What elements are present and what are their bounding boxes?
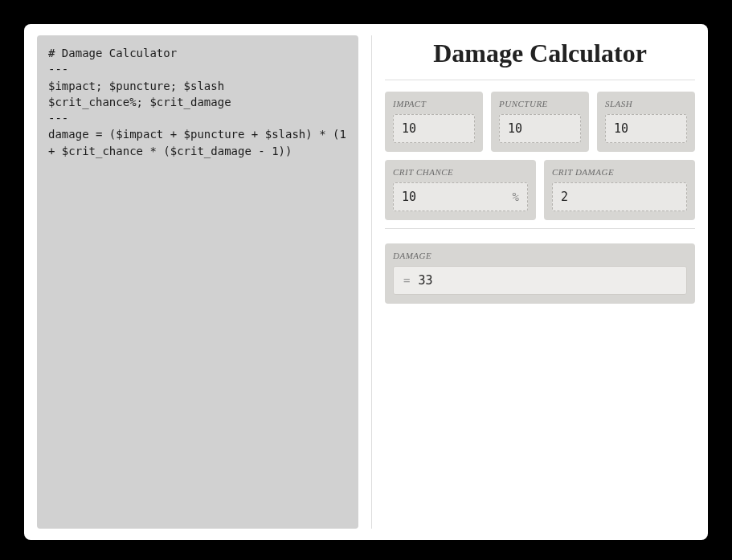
app-window: Damage Calculator IMPACT PUNCTURE SLASH xyxy=(24,24,708,540)
slash-card: SLASH xyxy=(597,92,695,152)
crit-damage-label: CRIT DAMAGE xyxy=(552,167,687,177)
slash-input[interactable] xyxy=(614,121,678,136)
impact-input-wrap xyxy=(393,114,475,143)
damage-label: DAMAGE xyxy=(393,251,687,260)
damage-value: 33 xyxy=(418,273,432,288)
impact-input[interactable] xyxy=(402,121,466,136)
code-editor[interactable] xyxy=(37,35,358,529)
inputs-row-2: CRIT CHANCE % CRIT DAMAGE xyxy=(385,160,695,220)
slash-input-wrap xyxy=(605,114,687,143)
output-divider xyxy=(385,228,695,229)
page-title: Damage Calculator xyxy=(385,35,695,80)
crit-chance-card: CRIT CHANCE % xyxy=(385,160,536,220)
pane-divider xyxy=(371,35,372,529)
damage-card: DAMAGE = 33 xyxy=(385,243,695,304)
crit-damage-input[interactable] xyxy=(561,190,678,204)
inputs-row-1: IMPACT PUNCTURE SLASH xyxy=(385,92,695,152)
slash-label: SLASH xyxy=(605,99,687,108)
output-section: DAMAGE = 33 xyxy=(385,243,695,304)
crit-chance-input-wrap: % xyxy=(393,182,528,211)
puncture-card: PUNCTURE xyxy=(491,92,589,152)
crit-damage-card: CRIT DAMAGE xyxy=(544,160,695,220)
impact-label: IMPACT xyxy=(393,99,475,108)
form-pane: Damage Calculator IMPACT PUNCTURE SLASH xyxy=(385,35,695,529)
puncture-input-wrap xyxy=(499,114,581,143)
percent-suffix: % xyxy=(513,190,519,203)
crit-damage-input-wrap xyxy=(552,182,687,211)
crit-chance-input[interactable] xyxy=(402,190,508,204)
crit-chance-label: CRIT CHANCE xyxy=(393,167,528,177)
puncture-input[interactable] xyxy=(508,121,572,136)
damage-output-box: = 33 xyxy=(393,266,687,295)
title-divider xyxy=(385,80,695,80)
equals-prefix: = xyxy=(403,274,410,287)
impact-card: IMPACT xyxy=(385,92,483,152)
puncture-label: PUNCTURE xyxy=(499,99,581,108)
